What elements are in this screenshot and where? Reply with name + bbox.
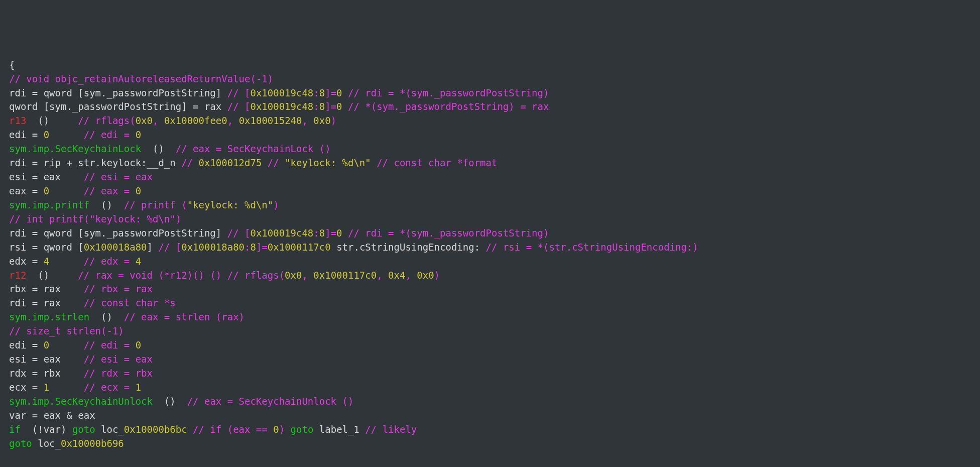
code-token: 8 xyxy=(319,227,325,239)
code-token: // size_t strlen(-1) xyxy=(9,325,124,336)
code-token: 0x100018a80 xyxy=(84,242,147,253)
code-line[interactable]: r13 () // rflags(0x0, 0x10000fee0, 0x100… xyxy=(9,114,971,128)
code-line[interactable]: { xyxy=(9,58,971,72)
code-token: , xyxy=(227,115,239,126)
code-line[interactable]: sym.imp.SecKeychainLock () // eax = SecK… xyxy=(9,142,971,156)
code-line[interactable]: qword [sym._passwordPostString] = rax //… xyxy=(9,100,971,114)
code-token xyxy=(49,185,84,196)
code-line[interactable]: rdx = rbx // rdx = rbx xyxy=(9,367,971,381)
code-line[interactable]: edi = 0 // edi = 0 xyxy=(9,128,971,142)
code-token: // int printf("keylock: %d\n") xyxy=(9,213,181,224)
code-token: ]= xyxy=(325,227,336,239)
code-token: 0x1000117c0 xyxy=(268,242,331,253)
code-token: // edi = xyxy=(84,339,136,351)
code-token: // xyxy=(181,157,198,168)
code-token: // rdi = *(sym._passwordPostString) xyxy=(348,227,549,239)
code-token xyxy=(342,87,348,98)
code-token: 0x10000fee0 xyxy=(164,115,227,126)
code-token: edx = xyxy=(9,256,44,267)
code-token: (!var) xyxy=(21,424,72,435)
code-token: () xyxy=(26,115,78,126)
code-line[interactable]: var = eax & eax xyxy=(9,409,971,423)
code-token: sym.imp.SecKeychainLock xyxy=(9,143,141,154)
disassembly-listing[interactable]: {// void objc_retainAutoreleasedReturnVa… xyxy=(9,58,971,451)
code-token xyxy=(187,424,193,435)
code-token: // rdx = rbx xyxy=(84,368,153,379)
code-line[interactable]: rsi = qword [0x100018a80] // [0x100018a8… xyxy=(9,241,971,255)
code-line[interactable]: rdi = qword [sym._passwordPostString] //… xyxy=(9,226,971,241)
code-token: // *(sym._passwordPostString) = rax xyxy=(348,101,549,112)
code-line[interactable]: // void objc_retainAutoreleasedReturnVal… xyxy=(9,72,971,86)
code-token: 0x0 xyxy=(313,115,330,126)
code-line[interactable]: rbx = rax // rbx = rax xyxy=(9,282,971,296)
code-line[interactable]: rdi = rip + str.keylock:__d_n // 0x10001… xyxy=(9,156,971,170)
code-token: 0x1000117c0 xyxy=(313,270,377,281)
code-token: 4 xyxy=(136,256,141,267)
code-line[interactable]: edx = 4 // edx = 4 xyxy=(9,255,971,269)
code-token: ) xyxy=(434,270,440,281)
code-token: ]= xyxy=(325,87,336,98)
code-line[interactable]: sym.imp.strlen () // eax = strlen (rax) xyxy=(9,310,971,324)
code-token: () xyxy=(89,311,124,322)
code-token: esi = eax xyxy=(9,171,84,182)
code-token: // ecx = xyxy=(84,382,136,393)
code-token: sym.imp.strlen xyxy=(9,311,89,322)
code-line[interactable]: rdi = rax // const char *s xyxy=(9,296,971,310)
code-token: // esi = eax xyxy=(84,171,153,182)
code-token: ]= xyxy=(256,242,268,253)
code-token xyxy=(342,227,348,239)
code-token: 0x4 xyxy=(388,270,405,281)
code-line[interactable]: rdi = qword [sym._passwordPostString] //… xyxy=(9,86,971,100)
code-token: // esi = eax xyxy=(84,354,153,365)
code-token: goto xyxy=(9,438,32,449)
code-token: loc_ xyxy=(95,424,124,435)
code-line[interactable]: sym.imp.printf () // printf ("keylock: %… xyxy=(9,198,971,212)
code-token: // eax = xyxy=(84,185,136,196)
code-token: // [ xyxy=(227,227,251,239)
code-token: 0x100019c48 xyxy=(250,101,313,112)
code-token: ecx = xyxy=(9,382,44,393)
code-token xyxy=(49,129,84,140)
code-token: 0x100015240 xyxy=(239,115,302,126)
code-token: // xyxy=(268,157,285,168)
code-token: { xyxy=(9,59,15,70)
code-line[interactable]: goto loc_0x10000b696 xyxy=(9,437,971,451)
code-token: ) xyxy=(273,199,279,210)
code-line[interactable]: r12 () // rax = void (*r12)() () // rfla… xyxy=(9,269,971,283)
code-token xyxy=(262,157,267,168)
code-token: label_1 xyxy=(313,424,365,435)
code-token: 0x100019c48 xyxy=(250,87,313,98)
code-line[interactable]: // int printf("keylock: %d\n") xyxy=(9,212,971,226)
code-token xyxy=(49,339,84,351)
code-token: () xyxy=(153,396,187,407)
code-token: // eax = strlen (rax) xyxy=(124,311,244,322)
code-token: // [ xyxy=(227,87,251,98)
code-token: 0x10000b6bc xyxy=(124,424,187,435)
code-token: () xyxy=(89,199,124,210)
code-token: 0x100018a80 xyxy=(181,242,244,253)
code-token: : xyxy=(313,87,319,98)
code-token: 4 xyxy=(44,256,49,267)
code-line[interactable]: esi = eax // esi = eax xyxy=(9,353,971,367)
code-token: 0 xyxy=(136,185,141,196)
code-token: // rdi = *(sym._passwordPostString) xyxy=(348,87,549,98)
code-token: // edx = xyxy=(84,256,136,267)
code-token: edi = xyxy=(9,129,44,140)
code-token: rdi = rip + str.keylock:__d_n xyxy=(9,157,181,168)
code-token: 0x100012d75 xyxy=(199,157,262,168)
code-token: goto xyxy=(291,424,314,435)
code-token: // rflags( xyxy=(227,270,285,281)
code-token: 8 xyxy=(251,242,256,253)
code-token xyxy=(49,382,84,393)
code-token: 0 xyxy=(273,424,279,435)
code-token: rdx = rbx xyxy=(9,368,84,379)
code-line[interactable]: esi = eax // esi = eax xyxy=(9,170,971,184)
code-line[interactable]: ecx = 1 // ecx = 1 xyxy=(9,381,971,395)
code-line[interactable]: eax = 0 // eax = 0 xyxy=(9,184,971,198)
code-line[interactable]: sym.imp.SecKeychainUnlock () // eax = Se… xyxy=(9,395,971,409)
code-line[interactable]: edi = 0 // edi = 0 xyxy=(9,338,971,353)
code-line[interactable]: if (!var) goto loc_0x10000b6bc // if (ea… xyxy=(9,423,971,437)
code-token: 1 xyxy=(44,382,49,393)
code-token: rdi = rax xyxy=(9,297,84,308)
code-line[interactable]: // size_t strlen(-1) xyxy=(9,324,971,338)
